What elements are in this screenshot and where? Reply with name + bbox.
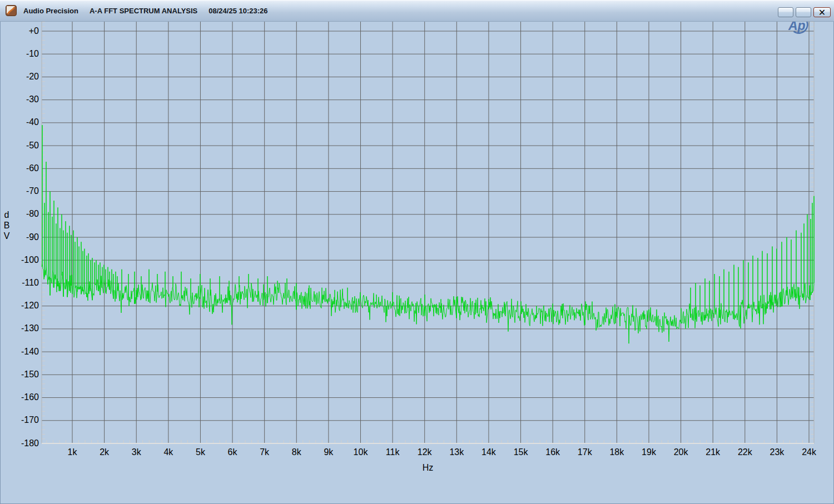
app-icon — [6, 5, 17, 16]
x-tick-label: 14k — [481, 447, 497, 457]
axis-ticks — [42, 17, 814, 443]
x-tick-label: 10k — [354, 447, 369, 457]
y-tick-label: -110 — [22, 278, 39, 287]
y-tick-label: -20 — [26, 72, 39, 81]
titlebar-app-name: Audio Precision — [23, 7, 78, 15]
y-tick-label: -90 — [26, 232, 39, 242]
x-tick-label: 6k — [228, 447, 238, 457]
spectrum-trace — [42, 125, 814, 343]
x-tick-label: 18k — [609, 447, 624, 457]
plot-grid — [42, 16, 814, 443]
x-tick-label: 21k — [706, 447, 721, 457]
x-tick-label: 15k — [514, 447, 529, 457]
y-tick-label: -10 — [26, 49, 39, 58]
y-tick-label: -30 — [26, 94, 39, 104]
plot-frame — [42, 16, 814, 443]
x-tick-label: 5k — [196, 447, 206, 457]
y-tick-label: -150 — [21, 370, 39, 379]
y-tick-label: -160 — [21, 392, 39, 402]
y-tick-label: -130 — [21, 323, 39, 333]
y-tick-label: -80 — [26, 209, 39, 218]
restore-button[interactable] — [796, 7, 811, 17]
x-tick-label: 3k — [132, 447, 142, 457]
x-tick-label: 9k — [324, 447, 334, 457]
titlebar-timestamp: 08/24/25 10:23:26 — [209, 7, 267, 15]
x-tick-label: 13k — [449, 447, 464, 457]
close-button[interactable]: ✕ — [813, 7, 831, 17]
x-tick-label: 17k — [578, 447, 593, 457]
app-window: Audio Precision A-A FFT SPECTRUM ANALYSI… — [0, 0, 834, 504]
titlebar[interactable]: Audio Precision A-A FFT SPECTRUM ANALYSI… — [0, 0, 834, 22]
y-tick-label: -60 — [26, 163, 39, 173]
y-axis-title: dBV — [4, 210, 10, 241]
y-tick-label: -70 — [26, 186, 39, 196]
x-tick-label: 8k — [292, 447, 302, 457]
titlebar-document-title: A-A FFT SPECTRUM ANALYSIS — [90, 7, 197, 15]
y-tick-label: +0 — [29, 26, 39, 36]
y-tick-label: -40 — [26, 117, 39, 127]
x-tick-label: 19k — [642, 447, 657, 457]
y-tick-label: -100 — [21, 255, 39, 265]
fft-trace — [42, 125, 814, 343]
x-tick-label: 11k — [386, 447, 400, 457]
window-controls: ✕ — [778, 7, 831, 17]
plot-client-area: +0-10-20-30-40-50-60-70-80-90-100-110-12… — [0, 0, 834, 481]
x-tick-label: 1k — [68, 447, 78, 457]
plot-border — [42, 16, 814, 443]
x-tick-label: 20k — [674, 447, 689, 457]
x-axis-title: Hz — [423, 463, 434, 472]
close-icon: ✕ — [818, 7, 826, 18]
x-tick-label: 24k — [802, 447, 817, 457]
y-tick-label: -170 — [21, 415, 39, 425]
spectrum-plot: +0-10-20-30-40-50-60-70-80-90-100-110-12… — [0, 0, 825, 478]
x-tick-label: 16k — [545, 447, 560, 457]
axis-labels: +0-10-20-30-40-50-60-70-80-90-100-110-12… — [4, 26, 817, 473]
x-tick-label: 2k — [100, 447, 110, 457]
y-tick-label: -140 — [21, 347, 39, 356]
x-tick-label: 12k — [418, 447, 433, 457]
y-tick-label: -120 — [21, 301, 39, 310]
y-tick-label: -50 — [26, 141, 39, 150]
x-tick-label: 4k — [163, 447, 173, 457]
x-tick-label: 7k — [260, 447, 270, 457]
minimize-button[interactable] — [778, 7, 793, 17]
x-tick-label: 23k — [770, 447, 785, 457]
y-tick-label: -180 — [21, 438, 39, 448]
x-tick-label: 22k — [738, 447, 753, 457]
